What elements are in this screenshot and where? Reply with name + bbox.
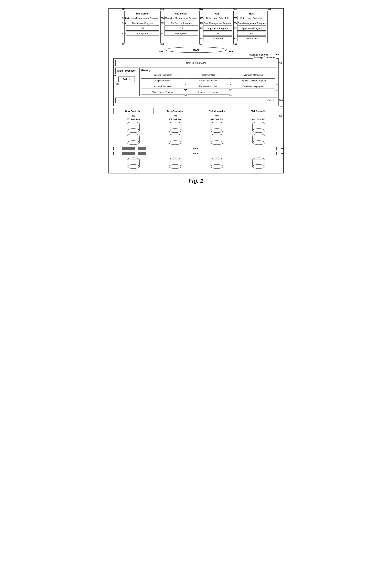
disk-controller-2: Disk Controller 400 xyxy=(155,108,195,114)
disk-group-4: 601 Disk 600 xyxy=(239,118,279,145)
host2-item-1: 504 Data Management Program xyxy=(237,21,266,26)
bottom-disk-4 xyxy=(252,157,266,168)
host1-item-0-ref: 505 xyxy=(200,17,203,19)
host2-title: Host xyxy=(237,12,266,15)
host2-bottom-ref: 501 xyxy=(233,43,237,46)
top-systems-row: 510 File Server 510 514 Migration Manage… xyxy=(111,11,281,43)
chunk-bar-1: Chunk 690 xyxy=(113,147,277,150)
bottom-disks-row xyxy=(113,157,279,168)
host-if-ref: 113 xyxy=(278,62,282,64)
host2-corner-ref: 500 xyxy=(233,8,237,10)
disk-controllers-row: Disk Controller 400 Disk Controller 400 … xyxy=(113,108,279,114)
disk-controller-4: Disk Controller 400 110 xyxy=(239,108,279,114)
dg1-disk-label: Disk xyxy=(131,118,135,121)
mapping-information: Mapping Information 201 xyxy=(141,73,185,77)
svg-point-29 xyxy=(169,165,181,168)
dc4-ref: 400 xyxy=(279,115,282,117)
svg-point-26 xyxy=(127,165,139,168)
dg2-disk-ref: 600 xyxy=(178,118,182,121)
storage-controller-area: Storage Controller Host I/F Controller 1… xyxy=(113,58,279,106)
chunk-row: Chunk 690 Chunk 690 xyxy=(113,147,277,155)
access-information: Access Information 205 xyxy=(141,84,185,89)
disk-group-1: 601 Disk 600 xyxy=(113,118,154,145)
dg1-disk-ref: 600 xyxy=(136,118,140,121)
fs1-item-0: 514 Migration Management Program xyxy=(126,16,159,20)
fs1-item-3: 512 File System xyxy=(126,31,159,36)
fs2-item-0-ref: 514 xyxy=(161,17,164,19)
dc3-ref: 400 xyxy=(215,115,219,117)
chunk-fill-2b xyxy=(138,152,146,155)
bottom-disk-1 xyxy=(126,157,140,168)
cache-ref: 300 xyxy=(279,99,283,102)
write-process-ref: 211 xyxy=(184,95,187,97)
switch-ref: 112 xyxy=(116,83,119,85)
host2-outer-ref: 902 xyxy=(268,8,271,11)
storage-system: Storage System 100 Storage Controller Ho… xyxy=(111,56,281,171)
dg4-disk-ref: 600 xyxy=(262,118,265,121)
disk-controller-1: Disk Controller 400 xyxy=(113,108,154,114)
main-processor-ref: 111 xyxy=(113,75,116,77)
chunk-fill-1 xyxy=(122,147,135,150)
host1-item-2: 503 Application Program xyxy=(203,26,232,31)
fs1-bottom-ref: 511 xyxy=(122,43,125,46)
data-migration-program: Data Migration program 214 xyxy=(231,84,275,89)
main-processor-box: Main Processor 111 xyxy=(115,67,138,74)
host1-corner-ref: 500 xyxy=(199,8,203,10)
fs1-title: File Server xyxy=(126,12,159,15)
fs2-title: File Server xyxy=(164,12,198,15)
disk-cylinder-2a xyxy=(168,121,182,133)
fs2-item-3-ref: 512 xyxy=(161,32,164,35)
disk-group-2: 601 Disk 600 xyxy=(155,118,195,145)
memory-title: Memory xyxy=(141,69,275,72)
san-ref-left: 902 xyxy=(159,50,163,53)
cache-bar: Cache 300 xyxy=(115,98,277,103)
svg-point-17 xyxy=(211,141,223,145)
fs2-bottom-ref: 511 xyxy=(160,43,164,46)
host-if-controller: Host I/F Controller 113 xyxy=(115,60,277,66)
san-ellipse: SAN xyxy=(166,47,227,53)
dg3-group-ref: 601 xyxy=(210,118,214,121)
disk-cylinder-2b xyxy=(168,133,182,145)
host1-bottom-ref: 501 xyxy=(199,43,203,46)
host1-item-4-ref: 502 xyxy=(200,38,203,40)
read-process-ref: 212 xyxy=(229,95,233,97)
file-server-2: 510 File Server 510 514 Migration Manage… xyxy=(163,11,200,43)
page-container: 510 File Server 510 514 Migration Manage… xyxy=(104,4,288,188)
fs1-item-3-ref: 512 xyxy=(122,32,126,35)
dg2-disk-label: Disk xyxy=(173,118,177,121)
host2-item-3: OS xyxy=(237,31,266,36)
san-section: 902 SAN 900 xyxy=(111,47,281,53)
dg4-disk-label: Disk xyxy=(257,118,261,121)
host1-item-2-ref: 503 xyxy=(200,27,203,30)
memory-grid: Mapping Information 201 Pool Information… xyxy=(141,73,275,94)
migration-information: Migration Information 207 213 xyxy=(231,73,275,77)
chunk-label-1: Chunk xyxy=(191,147,198,150)
disk-group-3: 601 Disk 600 xyxy=(197,118,237,145)
host2-item-4-ref: 502 xyxy=(234,38,237,40)
write-process-program: Write Process Program 211 xyxy=(141,90,185,94)
memory-area: Memory Mapping Information 201 Pool Info… xyxy=(139,67,277,96)
disk-cylinder-4a xyxy=(252,121,266,133)
host1-title: Host xyxy=(203,12,232,15)
dc1-ref: 400 xyxy=(132,115,135,117)
fs1-item-1-ref: 513 xyxy=(122,22,126,25)
chunk-ref-2: 690 xyxy=(281,153,285,155)
pool-information: Pool Information 202 xyxy=(186,73,230,77)
dg3-disk-ref: 600 xyxy=(220,118,223,121)
host1-item-4: 502 File System xyxy=(203,36,232,41)
disk-cylinder-3a xyxy=(210,121,224,133)
host2-item-1-ref: 504 xyxy=(234,22,237,25)
svg-point-11 xyxy=(169,141,181,145)
fs1-item-0-ref: 514 xyxy=(122,17,126,19)
fs2-item-0: 514 Migration Management Program xyxy=(164,16,198,20)
svg-point-2 xyxy=(127,128,139,133)
svg-point-20 xyxy=(253,128,265,133)
disk-cylinder-1b xyxy=(126,133,140,145)
bottom-disk-2 xyxy=(168,157,182,168)
bottom-disk-3 xyxy=(210,157,224,168)
mp-memory-row: Main Processor 111 Switch 112 Memory xyxy=(115,67,277,96)
svg-point-8 xyxy=(169,128,181,133)
host-1: 500 Host 505 Data Usage Policy Info 504 … xyxy=(202,11,234,43)
san-ref-right: 900 xyxy=(229,50,233,53)
storage-outer-ref: 110 xyxy=(280,105,283,108)
